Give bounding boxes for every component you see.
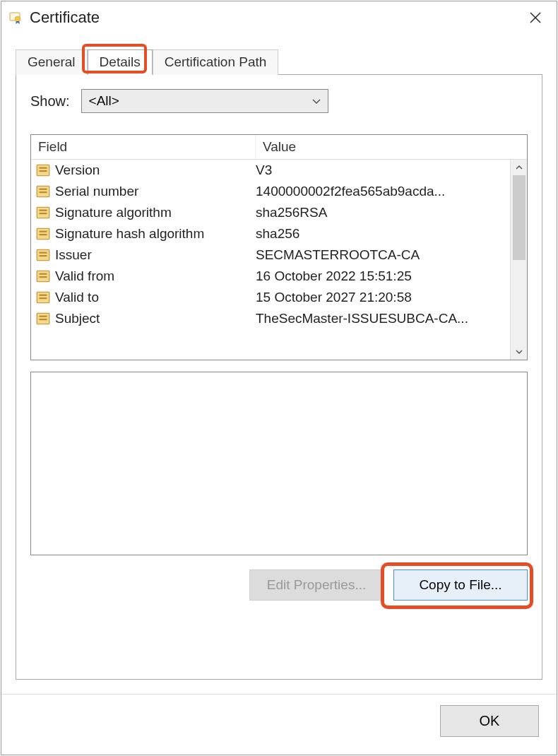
svg-rect-20 [40, 273, 47, 275]
list-rows: Version V3 Serial number 1400000002f2fea… [31, 160, 510, 360]
list-item[interactable]: Valid to 15 October 2027 21:20:58 [31, 287, 510, 308]
svg-rect-14 [40, 231, 47, 232]
certificate-icon [8, 11, 23, 25]
svg-rect-12 [40, 213, 47, 214]
svg-rect-24 [40, 297, 47, 299]
list-item[interactable]: Valid from 16 October 2022 15:51:25 [31, 266, 510, 287]
svg-rect-27 [40, 319, 47, 320]
ok-button[interactable]: OK [440, 705, 539, 737]
field-detail-box [30, 372, 528, 555]
field-icon [35, 163, 51, 178]
close-icon [529, 11, 542, 24]
svg-rect-18 [40, 255, 47, 256]
field-icon [35, 184, 51, 199]
window-title: Certificate [30, 8, 521, 27]
field-icon [35, 247, 51, 263]
show-label: Show: [30, 93, 70, 110]
scroll-up-icon[interactable] [511, 160, 527, 175]
field-icon [35, 226, 51, 242]
close-button[interactable] [521, 7, 550, 28]
button-row: Edit Properties... Copy to File... [30, 569, 528, 601]
svg-rect-6 [40, 170, 47, 172]
field-icon [35, 268, 51, 284]
svg-rect-23 [40, 295, 47, 296]
certificate-dialog: Certificate General Details Certificatio… [1, 1, 557, 755]
list-item[interactable]: Subject TheSecMaster-ISSUESUBCA-CA... [31, 308, 510, 329]
svg-rect-5 [40, 167, 47, 169]
list-item[interactable]: Signature hash algorithm sha256 [31, 223, 510, 244]
copy-to-file-button[interactable]: Copy to File... [393, 569, 528, 601]
list-item[interactable]: Serial number 1400000002f2fea565ab9acda.… [31, 181, 510, 202]
svg-rect-26 [40, 316, 47, 317]
column-value[interactable]: Value [256, 135, 527, 159]
scroll-thumb[interactable] [513, 175, 526, 260]
show-select[interactable]: <All> [81, 89, 328, 113]
svg-rect-15 [40, 234, 47, 235]
list-item[interactable]: Version V3 [31, 160, 510, 181]
list-item[interactable]: Signature algorithm sha256RSA [31, 202, 510, 223]
show-selected-value: <All> [89, 93, 119, 109]
list-item[interactable]: Issuer SECMASTERROOTCA-CA [31, 244, 510, 266]
svg-rect-8 [40, 189, 47, 190]
field-icon [35, 311, 51, 326]
tab-row: General Details Certification Path [1, 35, 557, 75]
tab-certification-path[interactable]: Certification Path [153, 49, 279, 75]
list-scrollarea: Version V3 Serial number 1400000002f2fea… [31, 160, 527, 360]
column-field[interactable]: Field [31, 135, 256, 159]
show-row: Show: <All> [30, 89, 528, 113]
dialog-footer: OK [1, 694, 557, 755]
svg-rect-21 [40, 276, 47, 278]
edit-properties-button: Edit Properties... [249, 569, 384, 601]
svg-rect-11 [40, 210, 47, 211]
details-panel: Show: <All> Field Value Version V3 [16, 74, 542, 680]
field-icon [35, 290, 51, 305]
scroll-down-icon[interactable] [511, 344, 527, 360]
field-listview: Field Value Version V3 Serial number 140… [30, 134, 528, 360]
field-icon [35, 205, 51, 220]
tab-general[interactable]: General [16, 49, 88, 75]
svg-point-1 [15, 16, 20, 22]
titlebar: Certificate [1, 1, 557, 35]
list-header: Field Value [31, 135, 527, 160]
tab-details[interactable]: Details [88, 49, 153, 75]
chevron-down-icon [312, 95, 321, 107]
svg-rect-17 [40, 252, 47, 254]
svg-rect-9 [40, 191, 47, 193]
vertical-scrollbar[interactable] [510, 160, 527, 360]
